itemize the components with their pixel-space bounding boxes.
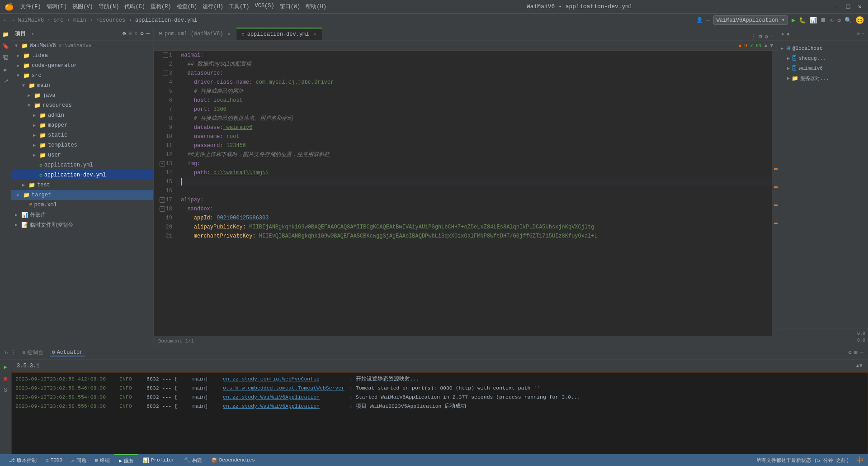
tree-item-idea[interactable]: ▶ 📁 .idea — [11, 51, 153, 61]
status-tab-版本控制[interactable]: ⎇版本控制 — [5, 454, 41, 466]
tree-item-app-yml[interactable]: ▶ ⚙ application.yml — [11, 160, 153, 170]
sort-icon[interactable]: ↕ — [134, 30, 137, 37]
git-icon[interactable]: ⎇ — [0, 76, 10, 86]
tree-item-test[interactable]: ▶ 📁 test — [11, 180, 153, 190]
panel-close-icon[interactable]: — — [862, 31, 864, 36]
tree-item-src[interactable]: ▼ 📁 src — [11, 71, 153, 81]
server-item-shequ[interactable]: ▶ 🗄 shequg... — [781, 53, 865, 63]
bookmarks-icon[interactable]: 🔖 — [0, 41, 10, 51]
stop-icon[interactable]: ⏹ — [0, 374, 10, 384]
menu-item[interactable]: 检查(B) — [177, 3, 198, 10]
more-tabs-icon[interactable]: ⋮ — [750, 33, 756, 40]
status-tab-Profiler[interactable]: 📊Profiler — [138, 454, 179, 466]
scroll-up-icon[interactable]: ▲ — [856, 363, 859, 369]
server-item-localhost[interactable]: ▶ 🖥 @localhost — [781, 43, 865, 53]
menu-item[interactable]: 代码(C) — [124, 3, 145, 10]
log-class[interactable]: cn.zz.study.WaiMaiV6Application — [223, 402, 349, 411]
close-button[interactable]: ✕ — [856, 3, 863, 10]
status-tab-Dependencies[interactable]: 📦Dependencies — [207, 454, 259, 466]
menu-bar[interactable]: 文件(F)编辑(E)视图(V)导航(N)代码(C)重构(R)检查(B)运行(U)… — [20, 3, 326, 10]
tree-item-java[interactable]: ▶ 📁 java — [11, 90, 153, 100]
settings-icon[interactable]: ⚙ — [837, 17, 841, 24]
console-tab-actuator[interactable]: ⚙ Actuator — [50, 349, 85, 357]
fold-icon[interactable]: − — [163, 71, 168, 76]
collapse-icon[interactable]: ▶ — [782, 31, 784, 37]
tree-item-templates[interactable]: ▶ 📁 templates — [11, 140, 153, 150]
fold-icon[interactable]: − — [160, 161, 165, 166]
tree-item-main[interactable]: ▼ 📁 main — [11, 81, 153, 90]
tree-item-scratch[interactable]: ▶ 📝 临时文件和控制台 — [11, 220, 153, 230]
menu-item[interactable]: 帮助(H) — [306, 3, 326, 10]
menu-item[interactable]: 工具(T) — [229, 3, 250, 10]
tree-item-pom[interactable]: ▶ M pom.xml — [11, 200, 153, 210]
run-icon[interactable]: ▶ — [0, 65, 10, 75]
menu-item[interactable]: 运行(U) — [203, 3, 223, 10]
fold-icon[interactable]: − — [163, 52, 168, 58]
tree-item-user[interactable]: ▶ 📁 user — [11, 150, 153, 160]
menu-item[interactable]: 文件(F) — [20, 3, 41, 10]
tree-item-static[interactable]: ▶ 📁 static — [11, 130, 153, 140]
status-tab-问题[interactable]: ⚠问题 — [67, 454, 91, 466]
settings-icon[interactable]: ⚙ — [141, 30, 144, 37]
back-icon[interactable]: ← — [4, 17, 7, 24]
debug-button[interactable]: 🐛 — [799, 17, 806, 24]
more-icon[interactable]: ⋮ — [10, 349, 16, 356]
menu-item[interactable]: VCS(S) — [255, 3, 274, 10]
code-editor[interactable]: waimai: ## 数据库mysql的配置项 datasource: driv… — [176, 51, 772, 336]
nav-up-icon[interactable]: ▲ — [764, 43, 768, 48]
tree-item-extlib[interactable]: ▶ 📊 外部库 — [11, 210, 153, 220]
status-tab-终端[interactable]: ⊟终端 — [91, 454, 115, 466]
status-tab-TODO[interactable]: ☑TODO — [41, 454, 67, 466]
panel-settings-icon[interactable]: ⚙ — [857, 31, 860, 37]
tab-close-icon[interactable]: ✕ — [228, 31, 231, 37]
log-class[interactable]: o.s.b.w.embedded.tomcat.TomcatWebServer — [223, 384, 349, 393]
run-button[interactable]: ▶ — [792, 16, 795, 24]
nav-down-icon[interactable]: ▼ — [770, 43, 773, 48]
refresh-icon[interactable]: ↻ — [5, 349, 8, 356]
server-item-server[interactable]: ▶ 📁 服务器对... — [781, 73, 865, 83]
collapse-icon[interactable]: ≡ — [128, 30, 132, 37]
split-icon[interactable]: ⊞ — [854, 349, 858, 356]
settings-icon[interactable]: ⚙ — [848, 349, 851, 356]
tree-item-admin[interactable]: ▶ 📁 admin — [11, 110, 153, 120]
menu-item[interactable]: 窗口(W) — [280, 3, 301, 10]
collapse-panel-icon[interactable]: — — [771, 34, 774, 40]
hide-icon[interactable]: — — [860, 349, 863, 356]
fold-icon[interactable]: − — [160, 197, 165, 203]
log-class[interactable]: cn.zz.study.WaiMaiV6Application — [223, 393, 349, 402]
log-class[interactable]: cn.zz.study.config.WebMvcConfig — [223, 375, 349, 384]
status-tab-服务[interactable]: ▶服务 — [114, 454, 138, 466]
refresh-button[interactable]: ↻ — [830, 17, 834, 24]
menu-item[interactable]: 重构(R) — [151, 3, 171, 10]
tab-app-dev-yml[interactable]: ⚙ application-dev.yml ✕ — [236, 28, 322, 40]
tree-item-resources[interactable]: ▼ 📁 resources — [11, 100, 153, 110]
sidebar-dropdown-icon[interactable]: ▾ — [31, 31, 34, 37]
forward-icon[interactable]: → — [11, 17, 14, 24]
log-area[interactable]: 2023-09-13T23:02:58.412+08:00 INFO 6832 … — [11, 372, 868, 454]
tab-close-icon[interactable]: ✕ — [314, 32, 316, 37]
tree-item-app-dev-yml[interactable]: ▶ ⚙ application-dev.yml — [11, 170, 153, 180]
scroll-down-icon[interactable]: ▼ — [859, 363, 863, 369]
tree-item-codegen[interactable]: ▶ 📁 code-generator — [11, 61, 153, 71]
run-config-dropdown[interactable]: WaiMaiV6Application ▾ — [713, 15, 788, 25]
tree-item-mapper[interactable]: ▶ 📁 mapper — [11, 120, 153, 130]
status-tab-构建[interactable]: 🔨构建 — [179, 454, 207, 466]
menu-item[interactable]: 视图(V) — [72, 3, 93, 10]
run-icon[interactable]: ▶ — [0, 362, 10, 372]
project-icon[interactable]: 📁 — [0, 29, 10, 39]
fold-icon[interactable]: − — [160, 206, 165, 212]
minimize-button[interactable]: — — [833, 3, 840, 10]
settings-icon[interactable]: ⚙ — [765, 33, 768, 40]
locate-icon[interactable]: ⊕ — [123, 30, 126, 37]
back-nav-icon[interactable]: ← — [707, 18, 710, 23]
console-icon[interactable]: S — [0, 385, 10, 395]
console-tab-console[interactable]: ≡ 控制台 — [20, 349, 45, 357]
profile-button[interactable]: 📊 — [810, 17, 817, 24]
hide-icon[interactable]: — — [146, 30, 150, 37]
server-item-waimaiv6[interactable]: ▶ 🗄 waimaiv6 — [781, 63, 865, 73]
maximize-button[interactable]: □ — [844, 3, 852, 10]
user-icon[interactable]: 👤 — [696, 17, 703, 24]
split-icon[interactable]: ⊞ — [759, 33, 762, 40]
search-icon[interactable]: 🔍 — [844, 17, 852, 24]
structure-icon[interactable]: 🏗 — [0, 53, 10, 63]
